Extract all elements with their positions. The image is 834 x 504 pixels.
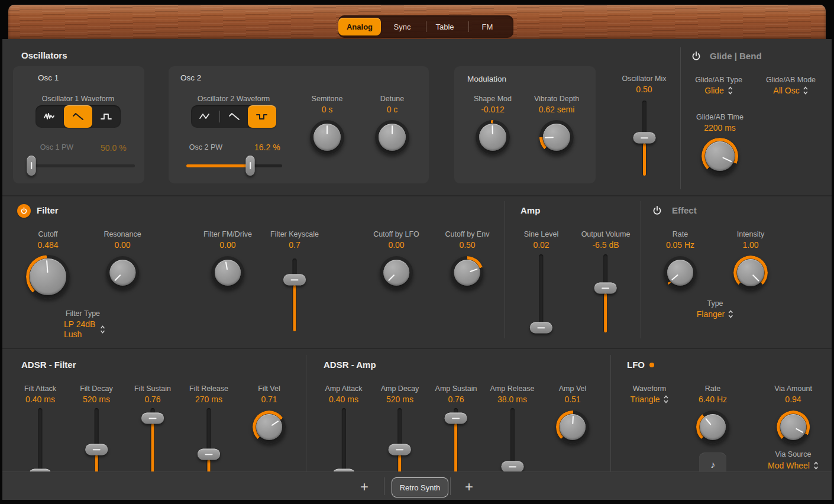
filt-decay-slider-handle[interactable] — [85, 444, 108, 455]
osc2-square-wave-button[interactable] — [248, 105, 276, 128]
output-volume-slider-handle[interactable] — [594, 283, 617, 294]
filter-title: Filter — [37, 205, 59, 215]
osc2-pw-slider-handle[interactable] — [246, 156, 255, 176]
amp-decay-value: 520 ms — [386, 395, 413, 405]
lfo-waveform-value: Triangle — [630, 395, 660, 404]
osc1-noise-wave-button[interactable] — [35, 105, 64, 128]
effect-type-dropdown[interactable]: Flanger — [697, 309, 733, 319]
filt-attack-value: 0.40 ms — [25, 395, 55, 405]
amp-vel-label: Amp Vel — [559, 385, 587, 394]
tab-analog[interactable]: Analog — [338, 18, 381, 35]
filt-vel-knob[interactable] — [253, 411, 286, 444]
via-amount-knob[interactable] — [777, 411, 810, 444]
cutoff-by-env-knob[interactable] — [451, 256, 484, 289]
filt-vel-label: Filt Vel — [258, 385, 280, 394]
via-source-dropdown[interactable]: Mod Wheel — [768, 461, 819, 470]
osc1-sawtooth-wave-button[interactable] — [64, 105, 92, 128]
filt-decay-slider[interactable] — [85, 408, 108, 478]
osc2-triangle-wave-button[interactable] — [191, 105, 219, 128]
lfo-title: LFO — [627, 360, 645, 370]
osc1-pw-slider[interactable] — [27, 155, 135, 176]
amp-sustain-slider[interactable] — [445, 408, 467, 478]
filt-release-slider[interactable] — [198, 408, 220, 478]
square-wave-icon — [255, 111, 269, 122]
shape-mod-knob[interactable] — [476, 120, 510, 154]
resonance-knob[interactable] — [106, 256, 139, 289]
filter-type-value-line1: LP 24dB — [64, 319, 95, 329]
detune-knob[interactable] — [375, 120, 409, 154]
effect-intensity-knob[interactable] — [733, 256, 768, 290]
tab-sync[interactable]: Sync — [381, 18, 424, 35]
chevron-up-down-icon — [813, 461, 819, 470]
lfo-rate-value: 6.40 Hz — [699, 395, 727, 405]
filt-sustain-slider-handle[interactable] — [141, 413, 164, 424]
note-icon: ♪ — [710, 460, 715, 470]
effect-rate-knob[interactable] — [664, 256, 697, 289]
adsr-filter-title: ADSR - Filter — [21, 360, 76, 370]
adsr-amp-title: ADSR - Amp — [324, 360, 376, 370]
tab-separator — [468, 21, 469, 32]
resonance-label: Resonance — [104, 230, 141, 240]
amp-attack-slider[interactable] — [332, 408, 355, 478]
amp-sustain-slider-handle[interactable] — [445, 413, 467, 424]
osc1-waveform-label: Oscillator 1 Waveform — [42, 95, 114, 103]
osc2-sawtooth-wave-button[interactable] — [220, 105, 248, 128]
via-source-label: Via Source — [775, 450, 812, 458]
effect-power-button[interactable] — [652, 205, 662, 216]
filt-attack-slider[interactable] — [29, 408, 51, 478]
sine-level-slider[interactable] — [530, 254, 552, 332]
oscillator-mix-slider[interactable] — [633, 101, 655, 176]
glide-mode-dropdown[interactable]: All Osc — [773, 86, 808, 95]
filt-vel-control: Filt Vel 0.71 — [253, 385, 286, 444]
amp-release-slider[interactable] — [501, 408, 523, 478]
filter-keyscale-slider[interactable] — [283, 259, 306, 331]
amp-decay-slider-handle[interactable] — [389, 444, 411, 455]
row-divider — [2, 195, 832, 196]
semitone-knob[interactable] — [310, 120, 344, 154]
filt-sustain-value: 0.76 — [144, 395, 160, 405]
osc2-pw-slider[interactable] — [186, 155, 282, 176]
add-plugin-right-button[interactable]: + — [465, 479, 473, 495]
lfo-rate-knob[interactable] — [696, 411, 729, 444]
filter-type-value-line2: Lush — [64, 329, 95, 340]
vibrato-depth-label: Vibrato Depth — [534, 95, 579, 104]
sawtooth-wave-icon — [71, 111, 85, 122]
filter-keyscale-slider-handle[interactable] — [283, 274, 306, 286]
section-divider — [505, 201, 505, 338]
filt-release-slider-handle[interactable] — [198, 449, 220, 460]
osc1-pw-slider-handle[interactable] — [27, 156, 36, 176]
lfo-waveform-dropdown[interactable]: Triangle — [630, 395, 668, 404]
footer-bar: + Retro Synth + — [2, 471, 832, 500]
triangle-wave-icon — [198, 111, 212, 122]
filt-sustain-slider[interactable] — [141, 408, 164, 478]
detune-label: Detune — [380, 95, 404, 104]
tab-fm[interactable]: FM — [466, 18, 509, 35]
glide-time-knob[interactable] — [702, 138, 738, 175]
amp-decay-slider[interactable] — [389, 408, 411, 478]
filter-keyscale-control: Filter Keyscale 0.7 — [270, 230, 319, 331]
filter-type-dropdown[interactable]: LP 24dB Lush — [64, 319, 105, 340]
filter-fm-drive-knob[interactable] — [211, 256, 244, 289]
preset-name-button[interactable]: Retro Synth — [392, 477, 448, 497]
glide-power-button[interactable] — [691, 51, 702, 62]
semitone-value: 0 s — [322, 105, 333, 115]
tab-table[interactable]: Table — [424, 18, 466, 35]
sine-level-slider-handle[interactable] — [530, 322, 552, 334]
oscillator-mix-slider-handle[interactable] — [633, 133, 655, 144]
chevron-up-down-icon — [803, 86, 809, 95]
output-volume-value: -6.5 dB — [592, 240, 619, 251]
lfo-rate-control: Rate 6.40 Hz — [696, 385, 729, 444]
cutoff-by-lfo-knob[interactable] — [380, 256, 413, 289]
amp-attack-value: 0.40 ms — [329, 395, 358, 405]
filter-power-button[interactable] — [17, 204, 31, 218]
amp-vel-knob[interactable] — [556, 411, 589, 444]
vibrato-depth-knob[interactable] — [539, 120, 574, 154]
via-amount-value: 0.94 — [785, 395, 801, 405]
glide-type-dropdown[interactable]: Glide — [704, 86, 733, 95]
add-plugin-left-button[interactable]: + — [360, 479, 368, 495]
output-volume-slider[interactable] — [594, 254, 617, 332]
cutoff-knob[interactable] — [26, 255, 70, 299]
amp-release-slider-handle[interactable] — [501, 461, 523, 473]
effect-title: Effect — [672, 205, 697, 215]
osc1-square-wave-button[interactable] — [92, 105, 121, 128]
